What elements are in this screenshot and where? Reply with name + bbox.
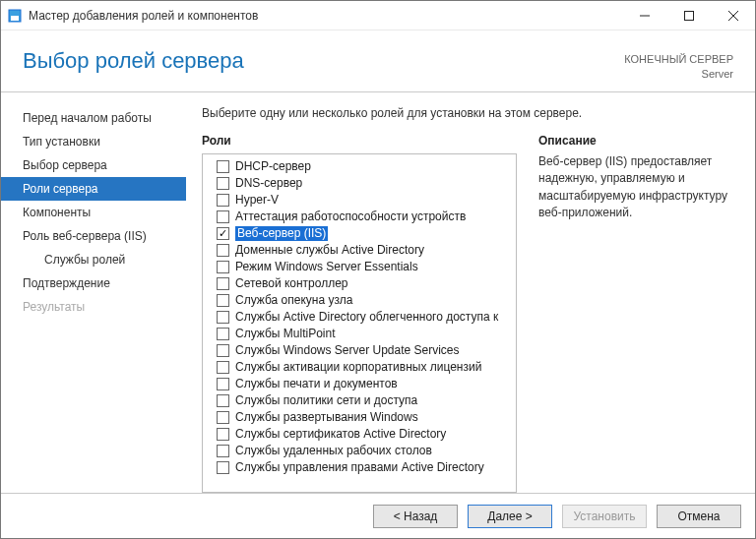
nav-item[interactable]: Тип установки [1, 130, 186, 153]
role-label: Служба опекуна узла [235, 293, 352, 308]
role-label: Службы развертывания Windows [235, 410, 418, 425]
role-label: Службы Active Directory облегченного дос… [235, 310, 498, 325]
role-label: Службы сертификатов Active Directory [235, 427, 446, 442]
roles-scroll[interactable]: DHCP-серверDNS-серверHyper-VАттестация р… [203, 154, 516, 492]
nav-item[interactable]: Подтверждение [1, 271, 186, 295]
role-item[interactable]: Службы печати и документов [203, 376, 516, 392]
role-label: Службы политики сети и доступа [235, 393, 417, 408]
role-checkbox[interactable] [217, 328, 229, 340]
nav-item[interactable]: Роль веб-сервера (IIS) [1, 224, 186, 248]
role-item[interactable]: Службы управления правами Active Directo… [203, 459, 516, 476]
description-heading: Описание [538, 134, 737, 148]
nav-item[interactable]: Выбор сервера [1, 153, 186, 177]
nav-item[interactable]: Компоненты [1, 201, 186, 224]
destination-label: КОНЕЧНЫЙ СЕРВЕР [624, 52, 733, 67]
role-item[interactable]: Доменные службы Active Directory [203, 242, 516, 259]
maximize-button[interactable] [666, 1, 711, 30]
role-checkbox[interactable] [217, 428, 229, 441]
role-item[interactable]: Службы удаленных рабочих столов [203, 443, 516, 459]
wizard-window: Мастер добавления ролей и компонентов Вы… [0, 0, 756, 539]
role-label: Службы MultiPoint [235, 327, 335, 341]
role-label: Службы активации корпоративных лицензий [235, 360, 481, 375]
role-checkbox[interactable] [217, 244, 229, 257]
role-item[interactable]: Службы Active Directory облегченного дос… [203, 309, 516, 326]
close-button[interactable] [711, 1, 755, 30]
roles-listbox: DHCP-серверDNS-серверHyper-VАттестация р… [202, 153, 517, 493]
wizard-footer: < Назад Далее > Установить Отмена [1, 493, 755, 538]
role-item[interactable]: Сетевой контроллер [203, 275, 516, 292]
page-title: Выбор ролей сервера [23, 48, 624, 74]
role-item[interactable]: DHCP-сервер [203, 158, 516, 175]
destination-server: КОНЕЧНЫЙ СЕРВЕР Server [624, 48, 733, 82]
role-checkbox[interactable] [217, 177, 229, 190]
svg-rect-1 [11, 16, 19, 21]
role-item[interactable]: Службы сертификатов Active Directory [203, 426, 516, 443]
role-item[interactable]: Службы Windows Server Update Services [203, 342, 516, 359]
nav-item[interactable]: Роли сервера [1, 177, 186, 201]
role-item[interactable]: Аттестация работоспособности устройств [203, 209, 516, 225]
window-controls [622, 1, 755, 30]
role-label: Hyper-V [235, 193, 279, 208]
install-button[interactable]: Установить [562, 505, 647, 528]
wizard-header: Выбор ролей сервера КОНЕЧНЫЙ СЕРВЕР Serv… [1, 30, 755, 92]
roles-column: Роли DHCP-серверDNS-серверHyper-VАттеста… [202, 134, 517, 493]
app-icon [7, 8, 23, 24]
svg-line-5 [728, 11, 738, 21]
role-label: Службы управления правами Active Directo… [235, 460, 484, 475]
role-item[interactable]: Службы активации корпоративных лицензий [203, 359, 516, 376]
role-checkbox[interactable] [217, 378, 229, 390]
role-item[interactable]: DNS-сервер [203, 175, 516, 192]
role-item[interactable]: Служба опекуна узла [203, 292, 516, 309]
role-item[interactable]: Hyper-V [203, 192, 516, 209]
role-label: Службы печати и документов [235, 377, 398, 391]
role-item[interactable]: Веб-сервер (IIS) [203, 225, 516, 242]
roles-heading: Роли [202, 134, 517, 148]
role-label: Веб-сервер (IIS) [235, 226, 328, 241]
role-item[interactable]: Службы политики сети и доступа [203, 392, 516, 409]
instruction-text: Выберите одну или несколько ролей для ус… [202, 106, 737, 120]
role-item[interactable]: Службы развертывания Windows [203, 409, 516, 426]
destination-value: Server [624, 67, 733, 82]
role-checkbox[interactable] [217, 194, 229, 207]
back-button[interactable]: < Назад [373, 505, 458, 528]
role-label: Аттестация работоспособности устройств [235, 210, 466, 224]
main-panel: Выберите одну или несколько ролей для ус… [186, 92, 755, 493]
role-checkbox[interactable] [217, 361, 229, 374]
role-label: Доменные службы Active Directory [235, 243, 424, 258]
nav-item[interactable]: Перед началом работы [1, 106, 186, 130]
columns: Роли DHCP-серверDNS-серверHyper-VАттеста… [202, 134, 737, 493]
role-checkbox[interactable] [217, 160, 229, 173]
role-checkbox[interactable] [217, 311, 229, 324]
minimize-button[interactable] [622, 1, 666, 30]
role-checkbox[interactable] [217, 294, 229, 307]
titlebar: Мастер добавления ролей и компонентов [1, 1, 755, 30]
role-label: DNS-сервер [235, 176, 302, 191]
description-text: Веб-сервер (IIS) предоставляет надежную,… [538, 153, 737, 222]
role-checkbox[interactable] [217, 411, 229, 424]
description-column: Описание Веб-сервер (IIS) предоставляет … [538, 134, 737, 493]
role-checkbox[interactable] [217, 461, 229, 474]
role-label: Режим Windows Server Essentials [235, 260, 418, 274]
svg-rect-3 [684, 11, 693, 20]
wizard-body: Перед началом работыТип установкиВыбор с… [1, 92, 755, 493]
role-checkbox[interactable] [217, 344, 229, 357]
wizard-nav: Перед началом работыТип установкиВыбор с… [1, 92, 186, 493]
role-checkbox[interactable] [217, 277, 229, 290]
cancel-button[interactable]: Отмена [657, 505, 741, 528]
role-checkbox[interactable] [217, 227, 229, 240]
role-checkbox[interactable] [217, 394, 229, 407]
next-button[interactable]: Далее > [468, 505, 552, 528]
role-item[interactable]: Режим Windows Server Essentials [203, 259, 516, 275]
role-label: Службы удаленных рабочих столов [235, 444, 432, 458]
nav-item[interactable]: Службы ролей [1, 248, 186, 271]
role-checkbox[interactable] [217, 261, 229, 273]
role-label: Сетевой контроллер [235, 276, 348, 291]
role-label: Службы Windows Server Update Services [235, 343, 460, 358]
role-checkbox[interactable] [217, 210, 229, 223]
svg-line-4 [728, 11, 738, 21]
role-item[interactable]: Службы MultiPoint [203, 326, 516, 342]
role-label: DHCP-сервер [235, 159, 311, 174]
role-checkbox[interactable] [217, 445, 229, 457]
nav-item: Результаты [1, 295, 186, 319]
window-title: Мастер добавления ролей и компонентов [29, 9, 622, 23]
